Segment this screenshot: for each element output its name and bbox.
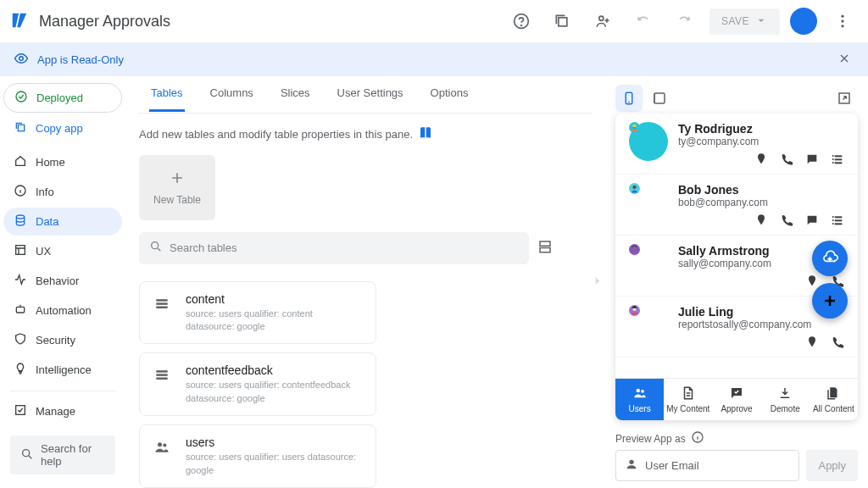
layout-icon	[14, 243, 27, 259]
library-button[interactable]	[547, 6, 577, 36]
svg-point-7	[19, 56, 24, 60]
svg-point-37	[832, 158, 834, 160]
svg-point-11	[16, 215, 24, 219]
svg-point-1	[520, 25, 521, 26]
search-help-input[interactable]: Search for help	[10, 435, 115, 474]
table-card-contentfeedback[interactable]: contentfeedbacksource: users qualifier: …	[139, 352, 376, 416]
deployed-pill[interactable]: Deployed	[3, 83, 122, 113]
svg-rect-22	[156, 371, 167, 374]
open-preview-button[interactable]	[831, 85, 858, 112]
table-icon	[153, 296, 174, 316]
sync-fab[interactable]	[812, 241, 848, 276]
svg-point-8	[16, 92, 26, 102]
mobile-preview-button[interactable]	[615, 85, 643, 112]
user-avatar[interactable]	[790, 8, 817, 35]
book-icon[interactable]	[418, 125, 433, 143]
new-table-button[interactable]: New Table	[139, 155, 215, 220]
undo-button[interactable]	[628, 6, 659, 36]
svg-point-4	[841, 15, 843, 18]
sidebar-item-data[interactable]: Data	[3, 208, 122, 236]
plus-icon	[169, 169, 186, 189]
more-menu-button[interactable]	[827, 6, 858, 36]
svg-point-16	[152, 242, 159, 249]
pin-icon[interactable]	[805, 336, 819, 352]
svg-rect-41	[835, 216, 843, 218]
svg-point-5	[841, 19, 843, 22]
nav-all-content[interactable]: All Content	[810, 379, 858, 420]
svg-point-52	[641, 390, 644, 393]
preview-panel: Ty Rodriguezty@company.com Bob Jonesbob@…	[605, 76, 868, 488]
svg-rect-33	[835, 155, 843, 157]
svg-rect-42	[835, 219, 843, 221]
sidebar-item-home[interactable]: Home	[3, 148, 122, 176]
user-avatar-icon	[629, 244, 668, 283]
apply-button[interactable]: Apply	[806, 450, 858, 481]
sidebar: Deployed Copy app Home Info Data UX Beha…	[0, 76, 125, 488]
collapse-preview-handle[interactable]	[590, 274, 605, 291]
redo-button[interactable]	[669, 6, 699, 36]
table-card-users[interactable]: userssource: users qualifier: users data…	[139, 424, 376, 488]
phone-icon[interactable]	[780, 152, 793, 169]
pin-icon[interactable]	[754, 152, 768, 169]
sidebar-item-info[interactable]: Info	[3, 178, 122, 206]
tab-columns[interactable]: Columns	[209, 76, 255, 112]
svg-rect-17	[540, 241, 550, 246]
nav-my-content[interactable]: My Content	[664, 379, 712, 420]
copy-app-button[interactable]: Copy app	[3, 114, 122, 142]
info-icon[interactable]	[691, 430, 704, 446]
eye-icon	[14, 51, 29, 69]
add-fab[interactable]	[812, 283, 848, 319]
nav-demote[interactable]: Demote	[761, 379, 810, 420]
pin-icon[interactable]	[754, 214, 768, 230]
download-icon	[777, 385, 793, 402]
sidebar-item-behavior[interactable]: Behavior	[3, 267, 122, 295]
user-avatar-icon	[629, 183, 668, 222]
activity-icon	[14, 273, 27, 289]
user-row[interactable]: Bob Jonesbob@company.com	[615, 175, 858, 236]
tab-slices[interactable]: Slices	[279, 76, 312, 112]
search-tables-input[interactable]: Search tables	[139, 232, 529, 264]
search-icon	[20, 447, 34, 463]
list-icon[interactable]	[831, 152, 844, 169]
phone-preview: Ty Rodriguezty@company.com Bob Jonesbob@…	[615, 114, 858, 420]
tab-options[interactable]: Options	[429, 76, 470, 112]
banner-text: App is Read-Only	[37, 53, 124, 66]
svg-rect-14	[16, 406, 25, 415]
data-tabs: Tables Columns Slices User Settings Opti…	[139, 76, 592, 114]
sidebar-item-intelligence[interactable]: Intelligence	[3, 356, 122, 384]
list-icon[interactable]	[831, 214, 844, 230]
sidebar-item-ux[interactable]: UX	[3, 237, 122, 265]
robot-icon	[14, 302, 27, 319]
preview-email-input[interactable]: User Email	[615, 450, 799, 481]
app-logo-icon	[10, 11, 29, 32]
close-banner-button[interactable]	[834, 48, 854, 71]
table-list: contentsource: users qualifier: content …	[139, 281, 592, 488]
add-user-button[interactable]	[587, 6, 618, 36]
sidebar-item-security[interactable]: Security	[3, 326, 122, 354]
sidebar-item-automation[interactable]: Automation	[3, 297, 122, 324]
phone-icon[interactable]	[831, 336, 844, 352]
svg-point-25	[158, 442, 162, 446]
save-button[interactable]: SAVE	[709, 8, 780, 35]
svg-point-51	[636, 389, 640, 393]
user-row[interactable]: Ty Rodriguezty@company.com	[615, 114, 858, 175]
comment-icon[interactable]	[805, 214, 819, 230]
sidebar-item-manage[interactable]: Manage	[3, 397, 122, 425]
table-card-content[interactable]: contentsource: users qualifier: content …	[139, 281, 376, 345]
svg-rect-32	[633, 128, 636, 129]
nav-approve[interactable]: Approve	[712, 379, 760, 420]
phone-icon[interactable]	[780, 214, 793, 230]
comment-icon[interactable]	[805, 152, 819, 169]
svg-point-31	[632, 125, 636, 128]
svg-rect-24	[156, 378, 167, 380]
home-icon	[14, 154, 27, 170]
check-bubble-icon	[729, 385, 744, 402]
nav-users[interactable]: Users	[615, 379, 664, 420]
svg-point-40	[632, 186, 636, 189]
tab-user-settings[interactable]: User Settings	[336, 76, 405, 112]
info-icon	[14, 184, 27, 200]
tab-tables[interactable]: Tables	[149, 76, 185, 112]
help-button[interactable]	[506, 6, 537, 36]
tablet-preview-button[interactable]	[646, 85, 673, 112]
dashboard-view-icon[interactable]	[537, 239, 553, 257]
